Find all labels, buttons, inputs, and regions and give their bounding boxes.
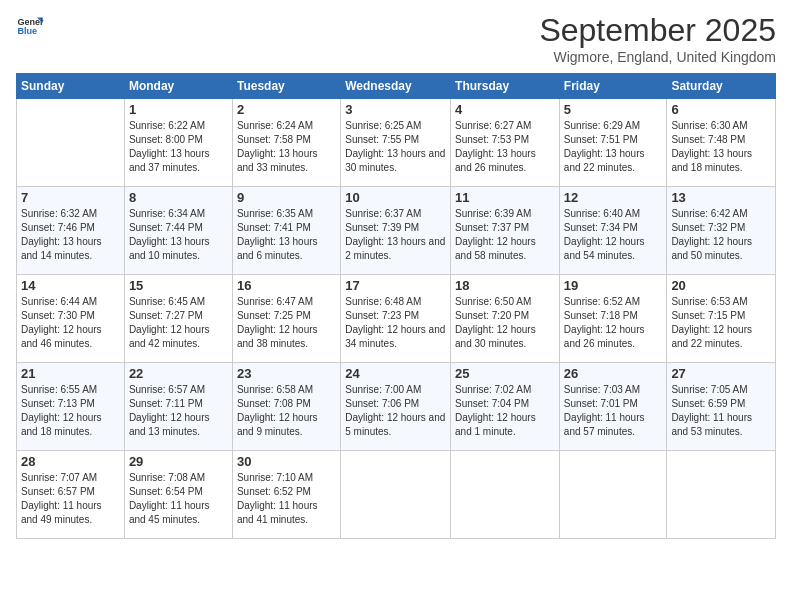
location: Wigmore, England, United Kingdom xyxy=(539,49,776,65)
col-monday: Monday xyxy=(124,74,232,99)
cell-info: Sunrise: 6:35 AM Sunset: 7:41 PM Dayligh… xyxy=(237,207,336,263)
logo: General Blue xyxy=(16,12,44,40)
svg-text:Blue: Blue xyxy=(17,26,37,36)
calendar-week-row: 21Sunrise: 6:55 AM Sunset: 7:13 PM Dayli… xyxy=(17,363,776,451)
cell-info: Sunrise: 6:45 AM Sunset: 7:27 PM Dayligh… xyxy=(129,295,228,351)
table-row: 4Sunrise: 6:27 AM Sunset: 7:53 PM Daylig… xyxy=(451,99,560,187)
table-row xyxy=(17,99,125,187)
table-row: 2Sunrise: 6:24 AM Sunset: 7:58 PM Daylig… xyxy=(232,99,340,187)
date-number: 9 xyxy=(237,190,336,205)
calendar-week-row: 28Sunrise: 7:07 AM Sunset: 6:57 PM Dayli… xyxy=(17,451,776,539)
date-number: 17 xyxy=(345,278,446,293)
table-row xyxy=(341,451,451,539)
table-row xyxy=(451,451,560,539)
table-row: 10Sunrise: 6:37 AM Sunset: 7:39 PM Dayli… xyxy=(341,187,451,275)
table-row: 19Sunrise: 6:52 AM Sunset: 7:18 PM Dayli… xyxy=(559,275,667,363)
table-row: 27Sunrise: 7:05 AM Sunset: 6:59 PM Dayli… xyxy=(667,363,776,451)
cell-info: Sunrise: 6:57 AM Sunset: 7:11 PM Dayligh… xyxy=(129,383,228,439)
table-row: 24Sunrise: 7:00 AM Sunset: 7:06 PM Dayli… xyxy=(341,363,451,451)
cell-info: Sunrise: 6:48 AM Sunset: 7:23 PM Dayligh… xyxy=(345,295,446,351)
cell-info: Sunrise: 6:53 AM Sunset: 7:15 PM Dayligh… xyxy=(671,295,771,351)
table-row: 7Sunrise: 6:32 AM Sunset: 7:46 PM Daylig… xyxy=(17,187,125,275)
date-number: 23 xyxy=(237,366,336,381)
date-number: 24 xyxy=(345,366,446,381)
cell-info: Sunrise: 6:42 AM Sunset: 7:32 PM Dayligh… xyxy=(671,207,771,263)
date-number: 28 xyxy=(21,454,120,469)
table-row: 23Sunrise: 6:58 AM Sunset: 7:08 PM Dayli… xyxy=(232,363,340,451)
table-row: 25Sunrise: 7:02 AM Sunset: 7:04 PM Dayli… xyxy=(451,363,560,451)
table-row: 22Sunrise: 6:57 AM Sunset: 7:11 PM Dayli… xyxy=(124,363,232,451)
cell-info: Sunrise: 7:10 AM Sunset: 6:52 PM Dayligh… xyxy=(237,471,336,527)
date-number: 1 xyxy=(129,102,228,117)
table-row: 26Sunrise: 7:03 AM Sunset: 7:01 PM Dayli… xyxy=(559,363,667,451)
cell-info: Sunrise: 7:02 AM Sunset: 7:04 PM Dayligh… xyxy=(455,383,555,439)
month-title: September 2025 xyxy=(539,12,776,49)
calendar-week-row: 1Sunrise: 6:22 AM Sunset: 8:00 PM Daylig… xyxy=(17,99,776,187)
date-number: 7 xyxy=(21,190,120,205)
cell-info: Sunrise: 7:03 AM Sunset: 7:01 PM Dayligh… xyxy=(564,383,663,439)
cell-info: Sunrise: 6:22 AM Sunset: 8:00 PM Dayligh… xyxy=(129,119,228,175)
date-number: 6 xyxy=(671,102,771,117)
table-row: 30Sunrise: 7:10 AM Sunset: 6:52 PM Dayli… xyxy=(232,451,340,539)
table-row: 9Sunrise: 6:35 AM Sunset: 7:41 PM Daylig… xyxy=(232,187,340,275)
header: General Blue September 2025 Wigmore, Eng… xyxy=(16,12,776,65)
cell-info: Sunrise: 7:05 AM Sunset: 6:59 PM Dayligh… xyxy=(671,383,771,439)
table-row: 18Sunrise: 6:50 AM Sunset: 7:20 PM Dayli… xyxy=(451,275,560,363)
table-row: 14Sunrise: 6:44 AM Sunset: 7:30 PM Dayli… xyxy=(17,275,125,363)
page: General Blue September 2025 Wigmore, Eng… xyxy=(0,0,792,612)
date-number: 29 xyxy=(129,454,228,469)
table-row xyxy=(559,451,667,539)
cell-info: Sunrise: 7:08 AM Sunset: 6:54 PM Dayligh… xyxy=(129,471,228,527)
cell-info: Sunrise: 6:24 AM Sunset: 7:58 PM Dayligh… xyxy=(237,119,336,175)
col-friday: Friday xyxy=(559,74,667,99)
table-row: 1Sunrise: 6:22 AM Sunset: 8:00 PM Daylig… xyxy=(124,99,232,187)
date-number: 20 xyxy=(671,278,771,293)
cell-info: Sunrise: 6:37 AM Sunset: 7:39 PM Dayligh… xyxy=(345,207,446,263)
calendar-week-row: 7Sunrise: 6:32 AM Sunset: 7:46 PM Daylig… xyxy=(17,187,776,275)
cell-info: Sunrise: 6:55 AM Sunset: 7:13 PM Dayligh… xyxy=(21,383,120,439)
calendar-week-row: 14Sunrise: 6:44 AM Sunset: 7:30 PM Dayli… xyxy=(17,275,776,363)
cell-info: Sunrise: 6:29 AM Sunset: 7:51 PM Dayligh… xyxy=(564,119,663,175)
cell-info: Sunrise: 6:52 AM Sunset: 7:18 PM Dayligh… xyxy=(564,295,663,351)
date-number: 18 xyxy=(455,278,555,293)
table-row: 29Sunrise: 7:08 AM Sunset: 6:54 PM Dayli… xyxy=(124,451,232,539)
col-thursday: Thursday xyxy=(451,74,560,99)
table-row: 11Sunrise: 6:39 AM Sunset: 7:37 PM Dayli… xyxy=(451,187,560,275)
title-block: September 2025 Wigmore, England, United … xyxy=(539,12,776,65)
date-number: 12 xyxy=(564,190,663,205)
date-number: 19 xyxy=(564,278,663,293)
logo-icon: General Blue xyxy=(16,12,44,40)
date-number: 25 xyxy=(455,366,555,381)
cell-info: Sunrise: 6:25 AM Sunset: 7:55 PM Dayligh… xyxy=(345,119,446,175)
cell-info: Sunrise: 7:00 AM Sunset: 7:06 PM Dayligh… xyxy=(345,383,446,439)
cell-info: Sunrise: 6:27 AM Sunset: 7:53 PM Dayligh… xyxy=(455,119,555,175)
date-number: 22 xyxy=(129,366,228,381)
col-saturday: Saturday xyxy=(667,74,776,99)
date-number: 5 xyxy=(564,102,663,117)
table-row: 6Sunrise: 6:30 AM Sunset: 7:48 PM Daylig… xyxy=(667,99,776,187)
date-number: 13 xyxy=(671,190,771,205)
col-wednesday: Wednesday xyxy=(341,74,451,99)
table-row: 5Sunrise: 6:29 AM Sunset: 7:51 PM Daylig… xyxy=(559,99,667,187)
cell-info: Sunrise: 7:07 AM Sunset: 6:57 PM Dayligh… xyxy=(21,471,120,527)
table-row: 20Sunrise: 6:53 AM Sunset: 7:15 PM Dayli… xyxy=(667,275,776,363)
cell-info: Sunrise: 6:47 AM Sunset: 7:25 PM Dayligh… xyxy=(237,295,336,351)
table-row: 15Sunrise: 6:45 AM Sunset: 7:27 PM Dayli… xyxy=(124,275,232,363)
table-row xyxy=(667,451,776,539)
table-row: 21Sunrise: 6:55 AM Sunset: 7:13 PM Dayli… xyxy=(17,363,125,451)
date-number: 11 xyxy=(455,190,555,205)
calendar-header-row: Sunday Monday Tuesday Wednesday Thursday… xyxy=(17,74,776,99)
cell-info: Sunrise: 6:30 AM Sunset: 7:48 PM Dayligh… xyxy=(671,119,771,175)
table-row: 16Sunrise: 6:47 AM Sunset: 7:25 PM Dayli… xyxy=(232,275,340,363)
date-number: 8 xyxy=(129,190,228,205)
cell-info: Sunrise: 6:44 AM Sunset: 7:30 PM Dayligh… xyxy=(21,295,120,351)
table-row: 12Sunrise: 6:40 AM Sunset: 7:34 PM Dayli… xyxy=(559,187,667,275)
table-row: 13Sunrise: 6:42 AM Sunset: 7:32 PM Dayli… xyxy=(667,187,776,275)
date-number: 2 xyxy=(237,102,336,117)
date-number: 3 xyxy=(345,102,446,117)
cell-info: Sunrise: 6:39 AM Sunset: 7:37 PM Dayligh… xyxy=(455,207,555,263)
cell-info: Sunrise: 6:50 AM Sunset: 7:20 PM Dayligh… xyxy=(455,295,555,351)
date-number: 26 xyxy=(564,366,663,381)
date-number: 30 xyxy=(237,454,336,469)
cell-info: Sunrise: 6:58 AM Sunset: 7:08 PM Dayligh… xyxy=(237,383,336,439)
